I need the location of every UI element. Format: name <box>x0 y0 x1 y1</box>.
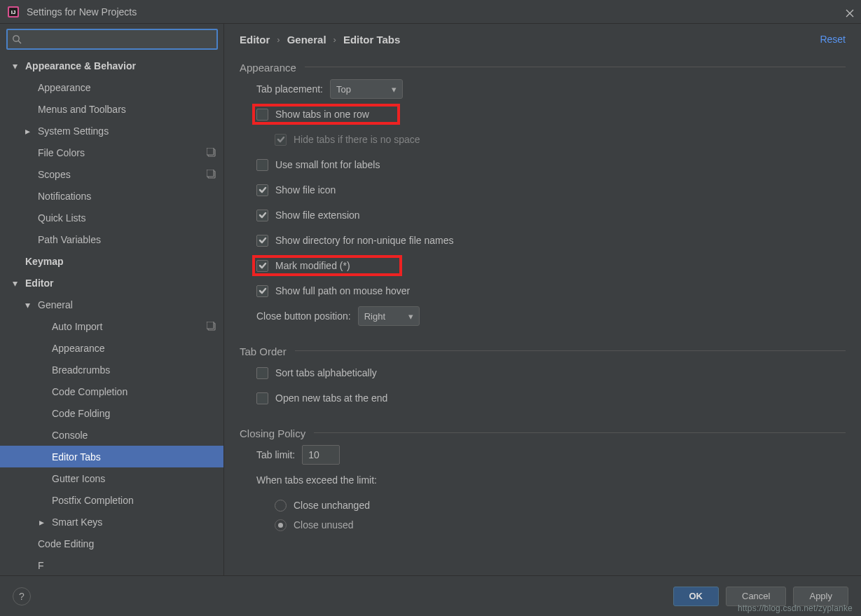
sidebar-item-label: System Settings <box>38 125 109 137</box>
chevron-right-icon: ▸ <box>25 125 34 137</box>
sidebar-item-file-colors[interactable]: File Colors <box>0 142 223 163</box>
section-closing-policy: Closing Policy <box>240 420 846 442</box>
crumb-general[interactable]: General <box>287 34 326 46</box>
hide-no-space-row: Hide tabs if there is no space <box>240 127 846 152</box>
sidebar-item-code-folding[interactable]: Code Folding <box>0 402 223 424</box>
sidebar-item-general[interactable]: ▾General <box>0 294 223 315</box>
close-unused-radio[interactable] <box>275 519 287 531</box>
content-pane: Editor › General › Editor Tabs Reset App… <box>224 24 861 575</box>
mark-modified-label: Mark modified (*) <box>275 260 350 271</box>
sidebar-item-label: Notifications <box>38 191 91 202</box>
app-icon: IJ <box>7 6 20 18</box>
tab-limit-label: Tab limit: <box>256 449 295 460</box>
file-icon-checkbox[interactable] <box>256 184 268 196</box>
close-unchanged-radio[interactable] <box>275 500 287 512</box>
highlight-show-one-row: Show tabs in one row <box>252 104 400 125</box>
dir-nonunique-label: Show directory for non-unique file names <box>275 235 453 246</box>
mark-modified-checkbox[interactable] <box>256 260 268 272</box>
sidebar-item-appearance[interactable]: Appearance <box>0 337 223 359</box>
svg-point-3 <box>13 36 19 41</box>
dir-nonunique-checkbox[interactable] <box>256 235 268 247</box>
sidebar-item-scopes[interactable]: Scopes <box>0 163 223 185</box>
sidebar-item-code-completion[interactable]: Code Completion <box>0 381 223 402</box>
tab-limit-input[interactable] <box>302 445 340 465</box>
sidebar-item-system-settings[interactable]: ▸System Settings <box>0 120 223 142</box>
sidebar-item-label: Appearance <box>52 343 105 354</box>
close-unused-label: Close unused <box>294 519 354 531</box>
tab-placement-row: Tab placement: Top ▾ <box>240 76 846 102</box>
ok-button[interactable]: OK <box>673 587 719 606</box>
full-path-hover-label: Show full path on mouse hover <box>275 285 410 296</box>
sidebar-item-menus-and-toolbars[interactable]: Menus and Toolbars <box>0 98 223 120</box>
close-btn-row: Close button position: Right ▾ <box>240 303 846 329</box>
chevron-right-icon: › <box>333 34 336 45</box>
close-icon[interactable] <box>846 8 854 16</box>
sidebar-item-appearance[interactable]: Appearance <box>0 76 223 98</box>
sidebar-item-f[interactable]: F <box>0 554 223 575</box>
sidebar-item-label: Postfix Completion <box>52 495 134 506</box>
sidebar-item-label: Code Completion <box>52 386 128 397</box>
crumb-editor[interactable]: Editor <box>240 34 270 46</box>
sidebar-item-label: General <box>38 299 73 310</box>
full-path-hover-checkbox[interactable] <box>256 285 268 297</box>
sidebar-item-auto-import[interactable]: Auto Import <box>0 315 223 337</box>
watermark-text: https://blog.csdn.net/zyplanke <box>738 603 853 613</box>
sidebar-item-notifications[interactable]: Notifications <box>0 185 223 207</box>
sidebar-item-label: Quick Lists <box>38 212 85 224</box>
show-one-row-checkbox[interactable] <box>256 109 268 121</box>
sidebar-item-gutter-icons[interactable]: Gutter Icons <box>0 467 223 489</box>
project-scope-icon <box>207 170 216 179</box>
sidebar-item-path-variables[interactable]: Path Variables <box>0 228 223 250</box>
sidebar-item-smart-keys[interactable]: ▸Smart Keys <box>0 511 223 533</box>
settings-sidebar: ▾Appearance & BehaviorAppearanceMenus an… <box>0 24 224 575</box>
chevron-down-icon: ▾ <box>13 60 21 71</box>
sidebar-item-editor[interactable]: ▾Editor <box>0 272 223 294</box>
crumb-editor-tabs: Editor Tabs <box>343 34 400 46</box>
search-field[interactable] <box>25 34 212 45</box>
svg-rect-9 <box>207 322 214 329</box>
close-btn-value: Right <box>364 311 385 322</box>
chevron-down-icon: ▾ <box>408 311 413 322</box>
sidebar-item-breadcrumbs[interactable]: Breadcrumbs <box>0 359 223 381</box>
help-button[interactable]: ? <box>13 587 31 605</box>
sidebar-item-label: Appearance & Behavior <box>25 60 136 71</box>
small-font-label: Use small font for labels <box>275 159 380 170</box>
sidebar-item-label: Auto Import <box>52 321 102 332</box>
svg-text:IJ: IJ <box>11 9 16 15</box>
highlight-mark-modified: Mark modified (*) <box>252 255 402 276</box>
reset-link[interactable]: Reset <box>820 34 846 45</box>
tab-placement-select[interactable]: Top ▾ <box>330 79 403 99</box>
sort-alpha-checkbox[interactable] <box>256 367 268 379</box>
sidebar-item-code-editing[interactable]: Code Editing <box>0 533 223 554</box>
file-ext-label: Show file extension <box>275 210 360 221</box>
sidebar-item-editor-tabs[interactable]: Editor Tabs <box>0 446 223 467</box>
sidebar-item-label: Smart Keys <box>52 516 102 528</box>
small-font-checkbox[interactable] <box>256 159 268 171</box>
sidebar-item-label: Path Variables <box>38 234 101 245</box>
sidebar-item-console[interactable]: Console <box>0 424 223 446</box>
sidebar-item-label: Appearance <box>38 82 91 93</box>
settings-scroll[interactable]: Appearance Tab placement: Top ▾ Show tab… <box>224 55 861 575</box>
sidebar-item-postfix-completion[interactable]: Postfix Completion <box>0 489 223 511</box>
open-end-label: Open new tabs at the end <box>275 392 387 404</box>
sidebar-item-label: Breadcrumbs <box>52 364 110 376</box>
chevron-right-icon: ▸ <box>39 516 48 528</box>
sidebar-item-keymap[interactable]: Keymap <box>0 250 223 272</box>
file-ext-checkbox[interactable] <box>256 210 268 221</box>
sidebar-item-appearance-behavior[interactable]: ▾Appearance & Behavior <box>0 55 223 76</box>
close-btn-label: Close button position: <box>256 310 351 322</box>
sidebar-item-label: Menus and Toolbars <box>38 104 126 115</box>
chevron-down-icon: ▾ <box>13 278 21 289</box>
sidebar-item-quick-lists[interactable]: Quick Lists <box>0 207 223 228</box>
show-one-row-label: Show tabs in one row <box>275 109 369 120</box>
hide-no-space-label: Hide tabs if there is no space <box>294 134 420 145</box>
close-btn-select[interactable]: Right ▾ <box>358 306 420 326</box>
settings-tree[interactable]: ▾Appearance & BehaviorAppearanceMenus an… <box>0 55 223 575</box>
sidebar-item-label: File Colors <box>38 147 85 158</box>
tab-placement-label: Tab placement: <box>256 83 323 95</box>
project-scope-icon <box>207 322 216 331</box>
sidebar-item-label: Code Editing <box>38 538 94 549</box>
sidebar-item-label: F <box>38 560 44 571</box>
search-input[interactable] <box>6 29 218 50</box>
open-end-checkbox[interactable] <box>256 392 268 404</box>
